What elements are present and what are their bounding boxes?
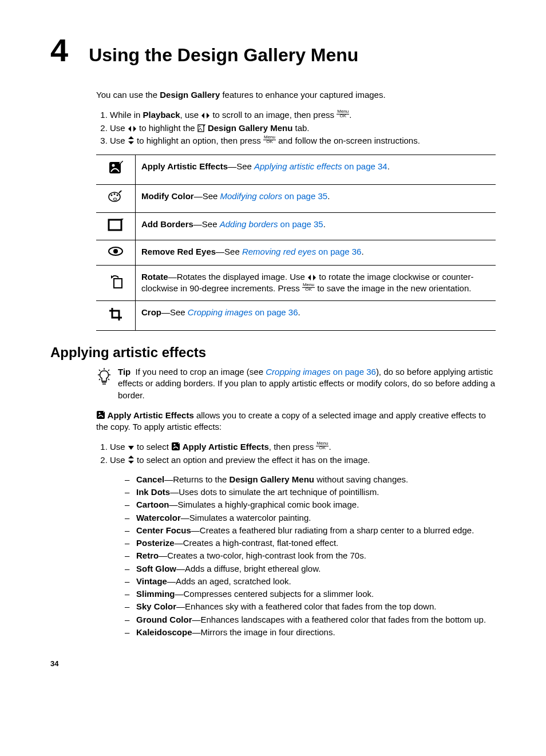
table-row: Rotate—Rotates the displayed image. Use …: [136, 266, 496, 301]
effect-name: Center Focus: [136, 525, 191, 535]
text: Use: [110, 136, 128, 145]
link-text: Applying artistic effects: [254, 161, 342, 171]
text: —See: [216, 247, 242, 256]
table-row: Modify Color—See Modifying colors on pag…: [136, 185, 496, 212]
link-text: on page 36: [331, 367, 376, 377]
link-text: Cropping images: [188, 307, 252, 317]
text: —See: [194, 191, 220, 201]
table-row: Remove Red Eyes—See Removing red eyes on…: [136, 240, 496, 265]
link[interactable]: Adding borders on page 35: [220, 219, 323, 229]
effects-list: Cancel—Returns to the Design Gallery Men…: [125, 474, 496, 638]
list-item: Cartoon—Simulates a highly-graphical com…: [125, 499, 496, 510]
svg-point-7: [111, 195, 113, 196]
text: .: [329, 442, 331, 452]
link[interactable]: Applying artistic effects on page 34: [254, 161, 387, 171]
effect-name: Sky Color: [136, 601, 176, 611]
table-row: Apply Artistic Effects—See Applying arti…: [136, 155, 496, 185]
link[interactable]: Cropping images on page 36: [266, 367, 376, 377]
tip-label: Tip: [118, 367, 130, 377]
text: —See: [161, 307, 188, 317]
link[interactable]: Cropping images on page 36: [188, 307, 298, 317]
left-right-icon: [201, 112, 210, 119]
effect-name: Retro: [136, 551, 159, 560]
text: —Adds a diffuse, bright ethereal glow.: [176, 564, 321, 573]
effect-name: Ground Color: [136, 615, 192, 624]
text: .: [323, 219, 326, 229]
tip-text: Tip If you need to crop an image (see Cr…: [118, 366, 496, 401]
artistic-effects-icon: [96, 155, 136, 185]
text: .: [327, 191, 330, 201]
text: —Adds an aged, scratched look.: [167, 576, 291, 586]
step: Use to select Apply Artistic Effects, th…: [110, 441, 496, 453]
text: —Returns to the: [164, 474, 229, 484]
link[interactable]: Modifying colors on page 35: [220, 191, 328, 201]
link[interactable]: Removing red eyes on page 36: [242, 247, 361, 256]
gallery-icon: [197, 124, 205, 132]
paragraph: Apply Artistic Effects allows you to cre…: [96, 410, 496, 433]
text-bold: Remove Red Eyes: [141, 247, 216, 256]
text: .: [387, 161, 390, 171]
text: .: [298, 307, 300, 317]
menu-ok-icon: MenuOK: [263, 135, 276, 144]
text-bold: Apply Artistic Effects: [141, 161, 228, 171]
svg-point-8: [114, 193, 116, 195]
list-item: Posterize—Creates a high-contrast, flat-…: [125, 537, 496, 549]
text-bold: Design Gallery Menu: [205, 123, 293, 133]
list-item: Retro—Creates a two-color, high-contrast…: [125, 550, 496, 561]
text: —See: [228, 161, 254, 171]
text: While in: [110, 110, 143, 120]
list-item: Sky Color—Enhances sky with a feathered …: [125, 601, 496, 612]
link-text: on page 34: [342, 161, 387, 171]
step: Use to highlight the Design Gallery Menu…: [110, 122, 496, 134]
text: and follow the on-screen instructions.: [276, 136, 420, 145]
list-item: Center Focus—Creates a feathered blur ra…: [125, 525, 496, 536]
step: Use to highlight an option, then press M…: [110, 135, 496, 147]
text-bold: Playback: [143, 110, 180, 120]
text-bold: Crop: [141, 307, 161, 317]
svg-point-9: [117, 195, 118, 196]
text: —Simulates a watercolor painting.: [181, 513, 311, 523]
step: Use to select an option and preview the …: [110, 454, 496, 466]
svg-point-10: [113, 198, 117, 200]
text: —Creates a two-color, high-contrast look…: [159, 551, 366, 560]
menu-ok-icon: MenuOK: [316, 441, 329, 450]
text: —Mirrors the image in four directions.: [192, 627, 335, 637]
chapter-number: 4: [50, 34, 68, 66]
svg-point-13: [113, 249, 118, 254]
left-right-icon: [128, 125, 137, 132]
text: .: [349, 110, 351, 120]
text-bold: Design Gallery Menu: [230, 474, 314, 484]
text-bold: Add Borders: [141, 219, 193, 229]
text: —Rotates the displayed image. Use: [168, 272, 307, 282]
text: If you need to crop an image (see: [136, 367, 266, 377]
effect-name: Vintage: [136, 576, 167, 586]
left-right-icon: [307, 274, 316, 281]
apply-steps: Use to select Apply Artistic Effects, th…: [96, 441, 496, 466]
artistic-effects-icon: [171, 442, 180, 451]
text: —Creates a feathered blur radiating from…: [191, 525, 474, 535]
text: —Enhances sky with a feathered color tha…: [176, 601, 436, 611]
text: to scroll to an image, then press: [210, 110, 337, 120]
artistic-effects-icon: [96, 410, 105, 419]
text: to save the image in the new orientation…: [315, 283, 472, 293]
text: —See: [193, 219, 220, 229]
effect-name: Cancel: [136, 474, 164, 484]
text: , use: [180, 110, 201, 120]
red-eye-icon: [96, 240, 136, 265]
text: features to enhance your captured images…: [220, 90, 385, 100]
link-text: Cropping images: [266, 367, 330, 377]
up-down-icon: [128, 455, 134, 464]
step: While in Playback, use to scroll to an i…: [110, 109, 496, 121]
link-text: Removing red eyes: [242, 247, 316, 256]
svg-rect-14: [114, 279, 122, 288]
text-bold: Apply Artistic Effects: [180, 442, 269, 452]
text-bold: Modify Color: [141, 191, 194, 201]
svg-point-3: [199, 126, 200, 127]
text: without saving changes.: [314, 474, 408, 484]
text: —Enhances landscapes with a feathered co…: [192, 615, 486, 624]
list-item: Kaleidoscope—Mirrors the image in four d…: [125, 627, 496, 638]
effect-name: Ink Dots: [136, 487, 170, 497]
menu-ok-icon: MenuOK: [337, 109, 349, 118]
text-bold: Rotate: [141, 272, 168, 282]
text: —Uses dots to simulate the art technique…: [170, 487, 379, 497]
